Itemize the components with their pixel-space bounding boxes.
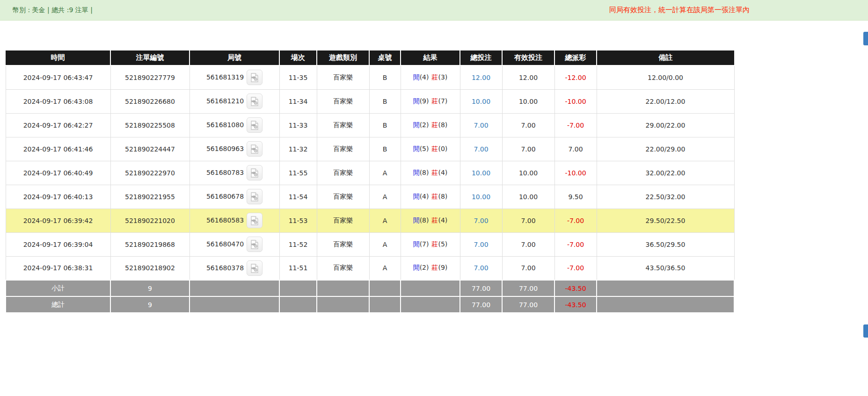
table-row: 2024-09-17 06:39:42 521890221020 5616805…: [6, 209, 734, 232]
header-result: 結果: [401, 50, 460, 65]
video-file-icon: [249, 263, 260, 274]
cell-payout: 7.00: [554, 137, 597, 161]
cell-game-type: 百家樂: [317, 65, 369, 89]
banker-result-value: (8): [438, 193, 448, 200]
banker-result-label: 莊: [432, 145, 438, 152]
banker-result-value: (7): [438, 97, 448, 105]
video-replay-button[interactable]: [247, 141, 263, 157]
banker-result-value: (4): [438, 169, 448, 176]
cell-total-bet: 10.00: [460, 89, 502, 113]
cell-round: 561680378: [190, 256, 279, 280]
header-time: 時間: [6, 50, 110, 65]
video-replay-button[interactable]: [247, 213, 263, 228]
total-valid-bet: 77.00: [502, 296, 554, 313]
table-row: 2024-09-17 06:38:31 521890218902 5616803…: [6, 256, 734, 280]
cell-session: 11-33: [279, 113, 317, 137]
cell-valid-bet: 7.00: [502, 137, 554, 161]
cell-table-no: A: [369, 232, 401, 256]
total-bet-link[interactable]: 7.00: [474, 264, 488, 272]
video-replay-button[interactable]: [247, 237, 263, 252]
cell-time: 2024-09-17 06:43:08: [6, 89, 110, 113]
cell-table-no: A: [369, 256, 401, 280]
subtotal-payout: -43.50: [554, 280, 597, 296]
video-replay-button[interactable]: [247, 94, 263, 109]
video-replay-button[interactable]: [247, 189, 263, 204]
video-replay-button[interactable]: [247, 165, 263, 180]
cell-time: 2024-09-17 06:39:04: [6, 232, 110, 256]
cell-session: 11-34: [279, 89, 317, 113]
cell-table-no: B: [369, 89, 401, 113]
player-result-label: 閒: [413, 145, 420, 152]
cell-game-type: 百家樂: [317, 113, 369, 137]
cell-table-no: B: [369, 113, 401, 137]
player-result-label: 閒: [413, 121, 420, 129]
cell-bet-id: 521890218902: [110, 256, 190, 280]
banker-result-label: 莊: [432, 216, 438, 224]
total-bet-link[interactable]: 7.00: [474, 217, 488, 224]
cell-session: 11-51: [279, 256, 317, 280]
table-row: 2024-09-17 06:43:47 521890227779 5616813…: [6, 65, 734, 89]
cell-remark: 29.50/22.50: [597, 209, 734, 232]
cell-time: 2024-09-17 06:40:49: [6, 161, 110, 185]
video-file-icon: [249, 239, 260, 250]
subtotal-label: 小計: [6, 280, 110, 296]
total-bet-link[interactable]: 10.00: [472, 169, 490, 177]
cell-game-type: 百家樂: [317, 232, 369, 256]
banker-result-label: 莊: [432, 264, 438, 271]
cell-valid-bet: 10.00: [502, 89, 554, 113]
cell-payout: -7.00: [554, 256, 597, 280]
banker-result-value: (5): [438, 240, 448, 248]
round-id: 561681210: [206, 97, 244, 105]
total-bet-link[interactable]: 7.00: [474, 241, 488, 248]
cell-time: 2024-09-17 06:43:47: [6, 65, 110, 89]
cell-total-bet: 7.00: [460, 113, 502, 137]
edge-button-bottom[interactable]: [863, 324, 868, 338]
cell-total-bet: 7.00: [460, 256, 502, 280]
header-payout: 總派彩: [554, 50, 597, 65]
cell-round: 561680583: [190, 209, 279, 232]
cell-round: 561680470: [190, 232, 279, 256]
cell-payout: -7.00: [554, 209, 597, 232]
cell-table-no: B: [369, 65, 401, 89]
total-bet-link[interactable]: 7.00: [474, 122, 488, 129]
round-id: 561681319: [206, 73, 244, 81]
cell-valid-bet: 10.00: [502, 161, 554, 185]
cell-table-no: A: [369, 209, 401, 232]
cell-round: 561680963: [190, 137, 279, 161]
video-replay-button[interactable]: [247, 260, 263, 276]
total-bet-link[interactable]: 12.00: [472, 74, 490, 81]
player-result-value: (5): [420, 145, 429, 152]
cell-valid-bet: 7.00: [502, 232, 554, 256]
table-row: 2024-09-17 06:43:08 521890226680 5616812…: [6, 89, 734, 113]
bet-history-table: 時間 注單編號 局號 場次 遊戲類別 桌號 結果 總投注 有效投注 總派彩 備註…: [5, 50, 735, 313]
video-replay-button[interactable]: [247, 70, 263, 85]
cell-remark: 22.50/32.00: [597, 185, 734, 209]
player-result-value: (8): [420, 216, 429, 224]
cell-bet-id: 521890225508: [110, 113, 190, 137]
banker-result-label: 莊: [432, 73, 438, 81]
cell-bet-id: 521890222970: [110, 161, 190, 185]
cell-valid-bet: 12.00: [502, 65, 554, 89]
cell-game-type: 百家樂: [317, 209, 369, 232]
table-row: 2024-09-17 06:40:49 521890222970 5616807…: [6, 161, 734, 185]
cell-payout: 9.50: [554, 185, 597, 209]
cell-session: 11-54: [279, 185, 317, 209]
video-replay-button[interactable]: [247, 117, 263, 133]
round-id: 561680378: [206, 264, 244, 271]
cell-total-bet: 7.00: [460, 209, 502, 232]
subtotal-valid-bet: 77.00: [502, 280, 554, 296]
cell-round: 561681080: [190, 113, 279, 137]
player-result-label: 閒: [413, 73, 420, 81]
total-bet-link[interactable]: 10.00: [472, 193, 490, 201]
total-bet-link[interactable]: 7.00: [474, 145, 488, 153]
cell-remark: 43.50/36.50: [597, 256, 734, 280]
banker-result-value: (8): [438, 121, 448, 129]
player-result-value: (9): [420, 97, 429, 105]
video-file-icon: [249, 96, 260, 107]
header-session: 場次: [279, 50, 317, 65]
cell-result: 閒(8)莊(4): [401, 161, 460, 185]
player-result-value: (8): [420, 169, 429, 176]
edge-button-top[interactable]: [863, 32, 868, 45]
total-bet-link[interactable]: 10.00: [472, 98, 490, 105]
cell-time: 2024-09-17 06:41:46: [6, 137, 110, 161]
